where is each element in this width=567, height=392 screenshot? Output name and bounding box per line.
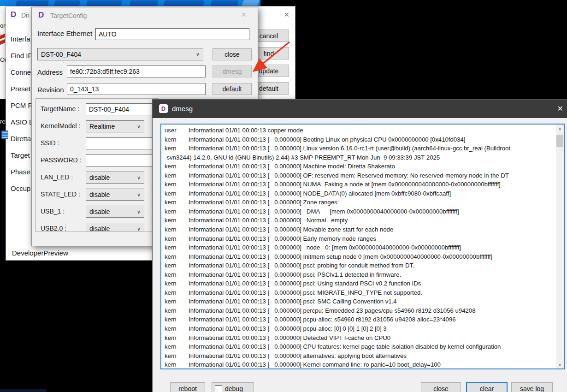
log-text: Informational 01/01 00:00:13 [ 0.000000]… — [189, 190, 451, 197]
target-settings-group: TargetName :DST-00_F404KernelModel :Real… — [35, 98, 159, 232]
scrollbar[interactable]: ∧ ∨ — [556, 125, 564, 368]
scroll-up-button[interactable]: ∧ — [556, 125, 564, 132]
log-line: kernInformational 01/01 00:00:13 [ 0.000… — [165, 135, 554, 144]
host-setting-label: Diretta — [11, 135, 31, 143]
debug-checkbox[interactable] — [215, 385, 222, 392]
log-facility: kern — [165, 198, 189, 207]
log-facility: kern — [165, 234, 189, 244]
log-text: Informational 01/01 00:00:13 [ 0.000000]… — [189, 361, 441, 368]
log-line: kernInformational 01/01 00:00:13 [ 0.000… — [165, 360, 554, 368]
reboot-button[interactable]: reboot — [170, 382, 205, 392]
state-led-select[interactable]: disable∨ — [86, 189, 144, 201]
log-facility: kern — [165, 207, 189, 216]
log-facility: kern — [165, 333, 189, 343]
log-text: Informational 01/01 00:00:13 [ 0.000000]… — [189, 199, 339, 206]
fragment-text: or — [0, 22, 6, 29]
log-output-area[interactable]: userInformational 01/01 00:00:13 copper … — [160, 124, 565, 369]
log-facility: kern — [165, 279, 189, 288]
targetname-input[interactable]: DST-00_F404 — [86, 103, 159, 115]
default-button[interactable]: default — [213, 83, 252, 95]
kernelmodel-select[interactable]: Realtime∨ — [86, 120, 144, 132]
host-setting-label: Interfa — [11, 35, 30, 43]
log-line: kernInformational 01/01 00:00:13 [ 0.000… — [165, 324, 554, 333]
diretta-logo-icon: D — [159, 104, 168, 113]
debug-toggle[interactable]: debug — [212, 382, 254, 392]
log-line: -svn3244) 14.2.0, GNU ld (GNU Binutils) … — [165, 153, 554, 162]
log-facility: kern — [165, 135, 189, 144]
log-lines: userInformational 01/01 00:00:13 copper … — [165, 126, 554, 368]
state-led-label: STATE_LED : — [41, 190, 80, 198]
fragment-text: re — [0, 118, 6, 125]
log-text: Informational 01/01 00:00:13 [ 0.000000]… — [189, 334, 390, 341]
log-text: Informational 01/01 00:00:13 [ 0.000000]… — [189, 343, 501, 350]
log-facility: kern — [165, 171, 189, 180]
log-text: Informational 01/01 00:00:13 [ 0.000000]… — [189, 307, 476, 314]
device-select[interactable]: DST-00_F404 ∨ — [37, 48, 203, 60]
scroll-thumb[interactable] — [556, 135, 563, 147]
ssid-input[interactable] — [86, 137, 159, 149]
log-facility: kern — [165, 162, 189, 171]
log-line: kernInformational 01/01 00:00:13 [ 0.000… — [165, 342, 554, 351]
log-facility: kern — [165, 180, 189, 189]
close-icon[interactable]: ✕ — [557, 104, 563, 113]
usb2-0-label: USB2.0 : — [41, 225, 66, 232]
host-setting-label: Preset — [11, 85, 30, 93]
close-button[interactable]: close — [421, 382, 461, 392]
close-icon[interactable]: ✕ — [284, 11, 289, 19]
scroll-down-button[interactable]: ∨ — [556, 361, 564, 368]
targetname-label: TargetName : — [41, 105, 79, 113]
wallpaper-glyph — [86, 0, 122, 6]
wallpaper-glyph — [54, 0, 80, 6]
dmesg-titlebar[interactable]: D dmesg ✕ — [153, 100, 567, 118]
log-facility: kern — [165, 306, 189, 315]
log-facility: kern — [165, 216, 189, 225]
group-row: SSID : — [36, 137, 158, 151]
usb-1-select[interactable]: disable∨ — [86, 206, 144, 218]
log-line: kernInformational 01/01 00:00:13 [ 0.000… — [165, 225, 554, 234]
developer-preview-label: DeveloperPreview — [12, 249, 68, 257]
log-facility: kern — [165, 360, 189, 368]
log-text: Informational 01/01 00:00:13 [ 0.000000]… — [189, 136, 465, 143]
window-title: Dir — [21, 12, 30, 19]
host-setting-label: ASIO B — [11, 118, 34, 126]
log-text: Informational 01/01 00:00:13 [ 0.000000]… — [189, 208, 459, 215]
address-input[interactable]: fe80::72b3:d5ff:fec9:263 — [67, 65, 206, 77]
lan-led-select[interactable]: disable∨ — [86, 172, 144, 184]
log-text: Informational 01/01 00:00:13 [ 0.000000]… — [189, 280, 421, 287]
log-text: Informational 01/01 00:00:13 [ 0.000000]… — [189, 172, 509, 179]
log-text: Informational 01/01 00:00:13 [ 0.000000]… — [189, 289, 422, 296]
log-facility: kern — [165, 324, 189, 333]
password-input[interactable] — [86, 154, 159, 166]
dmesg-button[interactable]: dmesg — [213, 65, 252, 77]
log-text: Informational 01/01 00:00:13 [ 0.000000]… — [189, 181, 501, 188]
log-facility: kern — [165, 225, 189, 234]
log-facility: kern — [165, 351, 189, 361]
chevron-down-icon: ∨ — [137, 175, 141, 181]
close-button[interactable]: close — [213, 48, 252, 60]
taskbar-fragment — [0, 389, 46, 392]
log-line: kernInformational 01/01 00:00:13 [ 0.000… — [165, 297, 554, 306]
log-facility: kern — [165, 297, 189, 306]
log-line: kernInformational 01/01 00:00:13 [ 0.000… — [165, 216, 554, 225]
log-text: -svn3244) 14.2.0, GNU ld (GNU Binutils) … — [165, 154, 440, 161]
close-icon[interactable]: ✕ — [241, 11, 247, 19]
interface-ethernet-label: Interface Ethernet — [37, 30, 92, 37]
log-facility: kern — [165, 243, 189, 252]
kernelmodel-label: KernelModel : — [41, 122, 80, 130]
state-led-select-value: disable — [89, 191, 110, 198]
log-facility: kern — [165, 261, 189, 270]
interface-ethernet-input[interactable]: AUTO — [95, 28, 249, 40]
revision-input[interactable]: 0_143_13 — [67, 83, 206, 95]
log-facility: user — [165, 126, 189, 135]
save-log-button[interactable]: save log — [511, 382, 553, 392]
red-logo-icon — [0, 34, 5, 39]
clear-button[interactable]: clear — [466, 382, 508, 392]
log-line: kernInformational 01/01 00:00:13 [ 0.000… — [165, 180, 554, 189]
log-line: userInformational 01/01 00:00:13 copper … — [165, 126, 554, 135]
log-text: Informational 01/01 00:00:13 [ 0.000000]… — [189, 163, 395, 170]
host-setting-label: Find IP — [11, 52, 33, 59]
usb2-0-select[interactable]: disable∨ — [86, 223, 144, 232]
chevron-down-icon: ∨ — [137, 209, 141, 215]
log-facility: kern — [165, 144, 189, 153]
log-line: kernInformational 01/01 00:00:13 [ 0.000… — [165, 234, 554, 244]
